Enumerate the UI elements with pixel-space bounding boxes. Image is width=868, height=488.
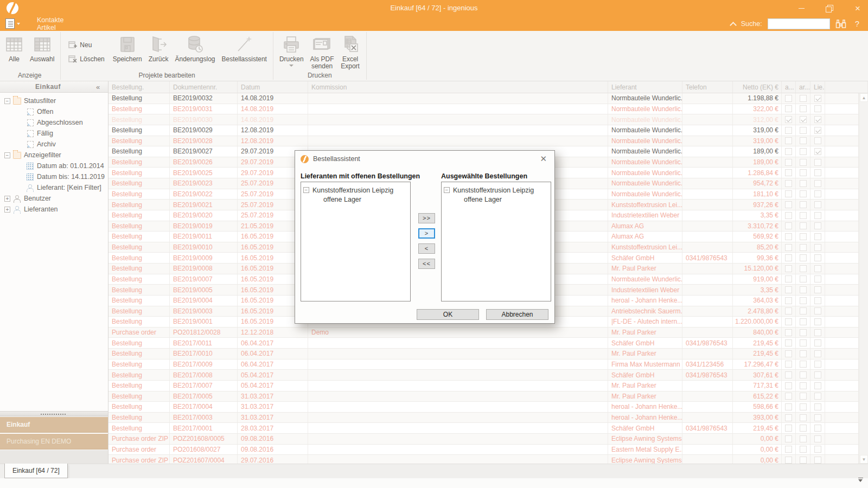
tree-item[interactable]: Anzeigefilter xyxy=(0,150,108,160)
tree-item[interactable]: Fällig xyxy=(0,128,108,139)
column-header-datum[interactable]: Datum xyxy=(238,81,308,93)
move-all-right-button[interactable]: >> xyxy=(418,213,435,223)
table-row[interactable]: Purchase order ZIP POZ201607/0004 29.07.… xyxy=(108,455,859,464)
table-row[interactable]: Bestellung BE2017/0008 05.04.2017 Schäfe… xyxy=(108,370,859,381)
checkbox-a[interactable] xyxy=(785,244,792,251)
checkbox-ar[interactable] xyxy=(800,105,807,112)
tree-item[interactable]: Statusfilter xyxy=(0,95,108,106)
checkbox-a[interactable] xyxy=(785,105,792,112)
checkbox-a[interactable] xyxy=(785,350,792,357)
tree-expander-icon[interactable] xyxy=(17,142,23,147)
cancel-button[interactable]: Abbrechen xyxy=(486,309,548,320)
checkbox-lie[interactable] xyxy=(814,446,821,453)
binoculars-icon[interactable] xyxy=(835,19,846,29)
checkbox-lie[interactable] xyxy=(814,180,821,187)
checkbox-ar[interactable] xyxy=(800,329,807,336)
zurueck-button[interactable]: Zurück xyxy=(146,32,171,72)
checkbox-ar[interactable] xyxy=(800,116,807,123)
checkbox-a[interactable] xyxy=(785,212,792,219)
checkbox-ar[interactable] xyxy=(800,403,807,410)
checkbox-lie[interactable] xyxy=(814,329,821,336)
checkbox-a[interactable] xyxy=(785,137,792,144)
column-header-a[interactable]: a... xyxy=(782,81,796,93)
suppliers-open-orders-list[interactable]: Kunststoffextrusion Leipzig offene Lager xyxy=(301,182,411,301)
checkbox-a[interactable] xyxy=(785,286,792,293)
checkbox-a[interactable] xyxy=(785,95,792,102)
checkbox-lie[interactable] xyxy=(814,233,821,240)
minimize-button[interactable] xyxy=(795,2,807,14)
supplier-child-node[interactable]: offene Lager xyxy=(464,195,548,204)
tree-expander-icon[interactable] xyxy=(17,120,23,126)
checkbox-lie[interactable] xyxy=(814,169,821,176)
checkbox-ar[interactable] xyxy=(800,233,807,240)
dialog-close-icon[interactable]: ✕ xyxy=(538,154,549,164)
checkbox-a[interactable] xyxy=(785,265,792,272)
checkbox-ar[interactable] xyxy=(800,190,807,197)
checkbox-ar[interactable] xyxy=(800,382,807,389)
tree-expander-icon[interactable] xyxy=(4,207,10,213)
table-row[interactable]: Bestellung BE2019/0029 12.08.2019 Normba… xyxy=(108,125,859,136)
checkbox-a[interactable] xyxy=(785,329,792,336)
tree-expander-icon[interactable] xyxy=(303,187,309,193)
checkbox-ar[interactable] xyxy=(800,169,807,176)
checkbox-a[interactable] xyxy=(785,275,792,282)
tree-item[interactable]: Datum ab: 01.01.2014 xyxy=(0,160,108,171)
checkbox-lie[interactable] xyxy=(814,403,821,410)
checkbox-ar[interactable] xyxy=(800,425,807,432)
tree-expander-icon[interactable] xyxy=(17,109,23,115)
checkbox-a[interactable] xyxy=(785,307,792,314)
checkbox-lie[interactable] xyxy=(814,275,821,282)
checkbox-a[interactable] xyxy=(785,254,792,261)
table-row[interactable]: Bestellung BE2017/0010 06.04.2017 Mr. Pa… xyxy=(108,349,859,359)
tree-expander-icon[interactable] xyxy=(4,196,10,202)
checkbox-ar[interactable] xyxy=(800,137,807,144)
supplier-tree-node[interactable]: Kunststoffextrusion Leipzig xyxy=(444,185,548,195)
speichern-button[interactable]: Speichern xyxy=(110,32,145,72)
table-row[interactable]: Bestellung BE2019/0030 14.08.2019 Normba… xyxy=(108,114,859,125)
checkbox-lie[interactable] xyxy=(814,137,821,144)
als-pdf-senden-button[interactable]: Als PDF senden xyxy=(308,32,337,72)
table-row[interactable]: Bestellung BE2019/0032 14.08.2019 Normba… xyxy=(108,93,859,104)
tree-expander-icon[interactable] xyxy=(4,98,10,104)
excel-export-button[interactable]: Excel Export xyxy=(338,32,363,72)
checkbox-ar[interactable] xyxy=(800,307,807,314)
checkbox-ar[interactable] xyxy=(800,148,807,155)
checkbox-lie[interactable] xyxy=(814,286,821,293)
checkbox-ar[interactable] xyxy=(800,244,807,251)
checkbox-ar[interactable] xyxy=(800,212,807,219)
checkbox-a[interactable] xyxy=(785,457,792,464)
checkbox-a[interactable] xyxy=(785,339,792,346)
ok-button[interactable]: OK xyxy=(417,309,479,320)
checkbox-lie[interactable] xyxy=(814,361,821,368)
tree-item[interactable]: Offen xyxy=(0,106,108,117)
tree-expander-icon[interactable] xyxy=(17,131,23,137)
checkbox-a[interactable] xyxy=(785,371,792,378)
column-header-lieferant[interactable]: Lieferant xyxy=(608,81,682,93)
table-row[interactable]: Bestellung BE2017/0004 31.03.2017 heroal… xyxy=(108,402,859,413)
checkbox-a[interactable] xyxy=(785,435,792,442)
checkbox-lie[interactable] xyxy=(814,382,821,389)
checkbox-a[interactable] xyxy=(785,414,792,421)
tree-expander-icon[interactable] xyxy=(444,187,450,193)
column-header-telefon[interactable]: Telefon xyxy=(682,81,733,93)
checkbox-ar[interactable] xyxy=(800,361,807,368)
checkbox-ar[interactable] xyxy=(800,286,807,293)
checkbox-ar[interactable] xyxy=(800,339,807,346)
table-row[interactable]: Bestellung BE2017/0009 06.04.2017 Firma … xyxy=(108,359,859,370)
table-row[interactable]: Bestellung BE2019/0028 12.08.2019 Normba… xyxy=(108,136,859,147)
selected-orders-list[interactable]: Kunststoffextrusion Leipzig offene Lager xyxy=(441,182,551,301)
checkbox-a[interactable] xyxy=(785,190,792,197)
checkbox-lie[interactable] xyxy=(814,244,821,251)
checkbox-a[interactable] xyxy=(785,169,792,176)
table-row[interactable]: Bestellung BE2017/0005 31.03.2017 Mr. Pa… xyxy=(108,391,859,402)
ribbon-tab[interactable]: Kontakte xyxy=(25,16,88,24)
checkbox-a[interactable] xyxy=(785,393,792,400)
tree-item[interactable]: Datum bis: 14.11.2019 xyxy=(0,171,108,182)
checkbox-ar[interactable] xyxy=(800,265,807,272)
checkbox-ar[interactable] xyxy=(800,457,807,464)
column-header-ar[interactable]: ar... xyxy=(796,81,810,93)
checkbox-ar[interactable] xyxy=(800,95,807,102)
checkbox-a[interactable] xyxy=(785,403,792,410)
checkbox-lie[interactable] xyxy=(814,190,821,197)
checkbox-a[interactable] xyxy=(785,116,792,123)
